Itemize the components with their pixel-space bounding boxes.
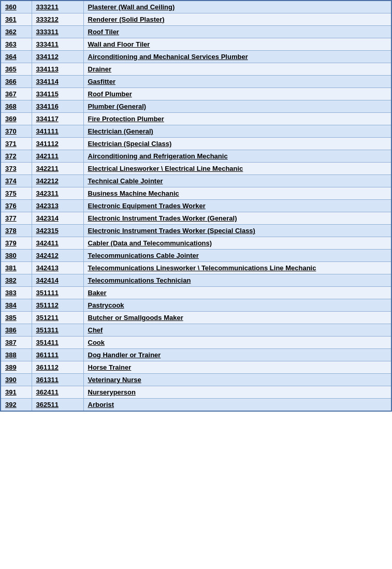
occupation-code: 342311 (32, 187, 83, 200)
table-row: 373342211Electrical Linesworker \ Electr… (1, 163, 391, 175)
row-number: 387 (1, 337, 32, 349)
occupation-title: Business Machine Mechanic (83, 187, 391, 200)
occupation-code: 334115 (32, 88, 83, 100)
row-number: 376 (1, 200, 32, 212)
row-number: 377 (1, 212, 32, 225)
occupation-title: Electrician (Special Class) (83, 138, 391, 150)
occupation-title: Telecommunications Technician (83, 274, 391, 287)
table-row: 361333212Renderer (Solid Plaster) (1, 13, 391, 26)
occupation-title: Electronic Instrument Trades Worker (Gen… (83, 212, 391, 225)
occupation-title: Electrical Linesworker \ Electrical Line… (83, 163, 391, 175)
table-row: 390361311Veterinary Nurse (1, 374, 391, 386)
occupation-code: 333212 (32, 13, 83, 26)
table-row: 377342314Electronic Instrument Trades Wo… (1, 212, 391, 225)
occupation-title: Dog Handler or Trainer (83, 349, 391, 361)
occupation-code: 334117 (32, 113, 83, 125)
table-row: 387351411Cook (1, 337, 391, 349)
occupation-code: 333411 (32, 38, 83, 51)
occupation-title: Electronic Instrument Trades Worker (Spe… (83, 225, 391, 237)
occupation-title: Wall and Floor Tiler (83, 38, 391, 51)
occupation-code: 342314 (32, 212, 83, 225)
occupation-title: Butcher or Smallgoods Maker (83, 312, 391, 324)
row-number: 371 (1, 138, 32, 150)
occupation-code: 342412 (32, 250, 83, 262)
table-row: 375342311Business Machine Mechanic (1, 187, 391, 200)
table-row: 366334114Gasfitter (1, 76, 391, 88)
table-row: 371341112Electrician (Special Class) (1, 138, 391, 150)
occupation-title: Telecommunications Cable Jointer (83, 250, 391, 262)
occupation-title: Roof Tiler (83, 26, 391, 38)
row-number: 373 (1, 163, 32, 175)
occupation-title: Renderer (Solid Plaster) (83, 13, 391, 26)
occupation-code: 334114 (32, 76, 83, 88)
row-number: 375 (1, 187, 32, 200)
occupation-title: Cook (83, 337, 391, 349)
row-number: 384 (1, 299, 32, 312)
row-number: 365 (1, 63, 32, 76)
table-row: 362333311Roof Tiler (1, 26, 391, 38)
row-number: 360 (1, 1, 32, 13)
row-number: 390 (1, 374, 32, 386)
occupation-title: Airconditioning and Refrigeration Mechan… (83, 150, 391, 163)
occupation-title: Telecommunications Linesworker \ Telecom… (83, 262, 391, 274)
row-number: 389 (1, 361, 32, 374)
occupation-code: 334112 (32, 51, 83, 63)
occupation-title: Electronic Equipment Trades Worker (83, 200, 391, 212)
occupation-title: Airconditioning and Mechanical Services … (83, 51, 391, 63)
row-number: 366 (1, 76, 32, 88)
row-number: 381 (1, 262, 32, 274)
table-row: 376342313Electronic Equipment Trades Wor… (1, 200, 391, 212)
occupation-code: 333311 (32, 26, 83, 38)
row-number: 391 (1, 386, 32, 399)
occupation-code: 341112 (32, 138, 83, 150)
table-row: 380342412Telecommunications Cable Jointe… (1, 250, 391, 262)
occupation-code: 361111 (32, 349, 83, 361)
row-number: 374 (1, 175, 32, 187)
occupation-code: 362511 (32, 399, 83, 412)
row-number: 361 (1, 13, 32, 26)
occupation-code: 342212 (32, 175, 83, 187)
occupation-code: 361311 (32, 374, 83, 386)
row-number: 379 (1, 237, 32, 250)
row-number: 369 (1, 113, 32, 125)
occupation-title: Veterinary Nurse (83, 374, 391, 386)
table-row: 367334115Roof Plumber (1, 88, 391, 100)
occupation-title: Cabler (Data and Telecommunications) (83, 237, 391, 250)
table-row: 363333411Wall and Floor Tiler (1, 38, 391, 51)
occupation-title: Plasterer (Wall and Ceiling) (83, 1, 391, 13)
table-row: 372342111Airconditioning and Refrigerati… (1, 150, 391, 163)
occupation-code: 351411 (32, 337, 83, 349)
row-number: 378 (1, 225, 32, 237)
occupation-code: 361112 (32, 361, 83, 374)
occupation-title: Plumber (General) (83, 100, 391, 113)
row-number: 368 (1, 100, 32, 113)
occupation-title: Gasfitter (83, 76, 391, 88)
occupation-table: 360333211Plasterer (Wall and Ceiling)361… (0, 0, 392, 412)
row-number: 370 (1, 125, 32, 138)
occupation-title: Arborist (83, 399, 391, 412)
occupation-code: 334116 (32, 100, 83, 113)
occupation-title: Nurseryperson (83, 386, 391, 399)
row-number: 380 (1, 250, 32, 262)
occupation-title: Chef (83, 324, 391, 337)
row-number: 385 (1, 312, 32, 324)
table-row: 365334113Drainer (1, 63, 391, 76)
table-row: 370341111Electrician (General) (1, 125, 391, 138)
occupation-title: Baker (83, 287, 391, 299)
occupation-code: 341111 (32, 125, 83, 138)
table-row: 385351211Butcher or Smallgoods Maker (1, 312, 391, 324)
row-number: 372 (1, 150, 32, 163)
row-number: 382 (1, 274, 32, 287)
table-row: 381342413Telecommunications Linesworker … (1, 262, 391, 274)
occupation-code: 351311 (32, 324, 83, 337)
table-row: 374342212Technical Cable Jointer (1, 175, 391, 187)
occupation-title: Pastrycook (83, 299, 391, 312)
table-row: 391362411Nurseryperson (1, 386, 391, 399)
occupation-code: 342413 (32, 262, 83, 274)
occupation-code: 342411 (32, 237, 83, 250)
row-number: 362 (1, 26, 32, 38)
row-number: 363 (1, 38, 32, 51)
table-row: 360333211Plasterer (Wall and Ceiling) (1, 1, 391, 13)
occupation-title: Drainer (83, 63, 391, 76)
occupation-code: 333211 (32, 1, 83, 13)
